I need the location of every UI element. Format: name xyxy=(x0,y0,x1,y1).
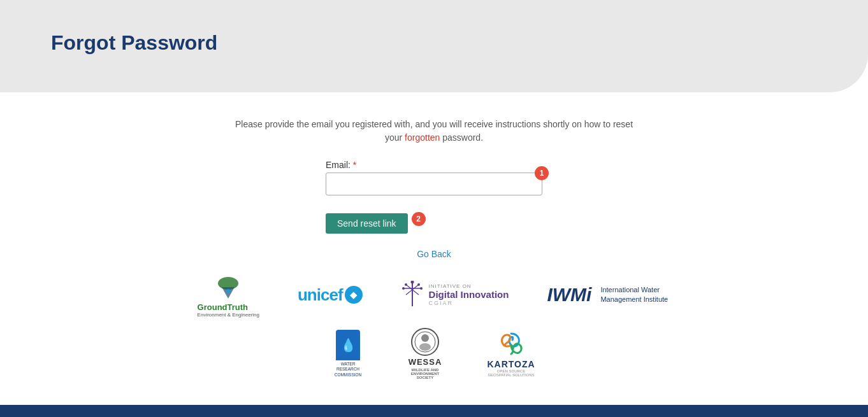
iwmi-text-block: International Water Management Institute xyxy=(600,285,670,305)
groundtruth-sub: Environment & Engineering xyxy=(198,312,259,318)
forgot-password-form: Email: * 1 Send reset link 2 xyxy=(326,160,542,234)
kartoza-icon xyxy=(497,331,525,359)
kartoza-name: KARTOZA xyxy=(487,359,535,369)
cgiar-text-block: INITIATIVE ON Digital Innovation CGIAR xyxy=(429,283,509,306)
logo-iwmi: IWMi International Water Management Inst… xyxy=(547,284,670,306)
groundtruth-icon xyxy=(213,272,243,302)
send-button-badge: 2 xyxy=(412,212,426,226)
logo-unicef: unicef ◆ xyxy=(298,285,363,305)
svg-point-8 xyxy=(402,287,405,290)
main-content: Please provide the email you registered … xyxy=(0,92,868,405)
logo-kartoza: KARTOZA OPEN SOURCE GEOSPATIAL SOLUTIONS xyxy=(486,331,537,377)
svg-point-11 xyxy=(417,283,420,286)
svg-point-2 xyxy=(226,289,230,293)
svg-point-13 xyxy=(421,334,429,342)
go-back-link[interactable]: Go Back xyxy=(417,249,451,259)
wessa-circle xyxy=(411,328,439,356)
svg-point-14 xyxy=(419,343,431,351)
cgiar-icon xyxy=(401,281,424,309)
logos-section: GroundTruth Environment & Engineering un… xyxy=(13,259,855,392)
logo-cgiar: INITIATIVE ON Digital Innovation CGIAR xyxy=(401,281,509,309)
footer: miniSASS xyxy=(0,405,868,417)
required-marker: * xyxy=(353,160,356,170)
logo-groundtruth: GroundTruth Environment & Engineering xyxy=(198,272,259,318)
groundtruth-title: GroundTruth xyxy=(198,302,248,312)
svg-point-10 xyxy=(405,283,407,286)
unicef-circle-icon: ◆ xyxy=(345,286,363,304)
email-input-wrapper: 1 xyxy=(326,173,542,195)
email-input-badge: 1 xyxy=(535,166,549,180)
header-banner: Forgot Password xyxy=(0,0,868,92)
logo-wessa: WESSA WILDLIFE AND ENVIRONMENT SOCIETY xyxy=(403,328,447,379)
logos-row-2: 💧 WATER RESEARCH COMMISSION WESSA xyxy=(331,328,537,379)
instruction-text: Please provide the email you registered … xyxy=(227,118,641,145)
wrc-icon: 💧 xyxy=(336,330,360,360)
logo-wrc: 💧 WATER RESEARCH COMMISSION xyxy=(331,330,365,378)
kartoza-sub: OPEN SOURCE GEOSPATIAL SOLUTIONS xyxy=(486,369,537,377)
send-reset-link-button[interactable]: Send reset link xyxy=(326,213,408,234)
svg-point-9 xyxy=(420,287,423,290)
svg-point-7 xyxy=(410,281,414,284)
logos-row-1: GroundTruth Environment & Engineering un… xyxy=(198,272,671,318)
iwmi-letters: IWMi xyxy=(547,284,591,306)
wrc-text: WATER RESEARCH COMMISSION xyxy=(331,362,365,378)
email-label: Email: * xyxy=(326,160,542,170)
email-input[interactable] xyxy=(326,173,542,195)
page-title: Forgot Password xyxy=(51,31,217,55)
unicef-text: unicef xyxy=(298,285,343,305)
